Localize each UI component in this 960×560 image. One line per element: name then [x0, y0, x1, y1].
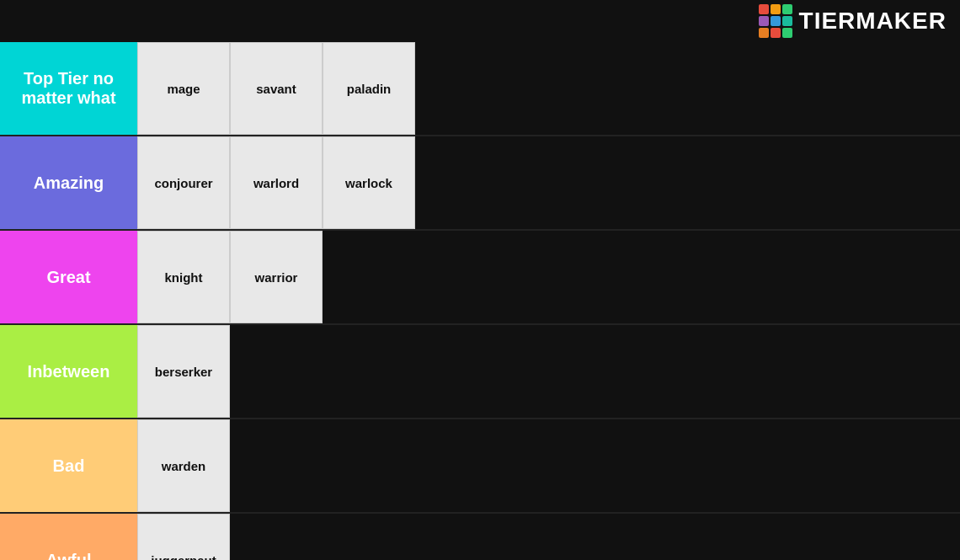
- tier-item-knight[interactable]: knight: [137, 231, 230, 323]
- tier-rest-inbetween: [230, 325, 960, 418]
- tier-item-warlord[interactable]: warlord: [230, 136, 323, 229]
- logo: TiERMAKER: [759, 4, 947, 38]
- tier-label-top-tier: Top Tier no matter what: [0, 42, 137, 135]
- tier-label-amazing: Amazing: [0, 136, 137, 229]
- logo-cell-5: [771, 16, 781, 26]
- tier-item-warlock[interactable]: warlock: [323, 136, 415, 229]
- logo-cell-4: [759, 16, 769, 26]
- logo-cell-8: [771, 28, 781, 38]
- tier-row-top-tier: Top Tier no matter whatmagesavantpaladin: [0, 42, 960, 136]
- tier-rest-top-tier: [415, 42, 960, 135]
- tier-label-inbetween: Inbetween: [0, 325, 137, 418]
- logo-cell-3: [782, 4, 792, 14]
- tier-item-warden[interactable]: warden: [137, 419, 230, 512]
- tier-row-bad: Badwarden: [0, 419, 960, 514]
- tier-table: Top Tier no matter whatmagesavantpaladin…: [0, 42, 960, 560]
- tier-item-paladin[interactable]: paladin: [323, 42, 415, 135]
- tier-row-awful: Awfuljuggernaut: [0, 514, 960, 560]
- tier-rest-bad: [230, 419, 960, 512]
- tier-item-berserker[interactable]: berserker: [137, 325, 230, 418]
- tier-item-savant[interactable]: savant: [230, 42, 323, 135]
- tier-rest-amazing: [415, 136, 960, 229]
- tier-item-warrior[interactable]: warrior: [230, 231, 323, 323]
- logo-text: TiERMAKER: [799, 8, 947, 35]
- tier-items-bad: warden: [137, 419, 230, 512]
- tier-items-amazing: conjourerwarlordwarlock: [137, 136, 415, 229]
- logo-cell-9: [782, 28, 792, 38]
- logo-cell-7: [759, 28, 769, 38]
- tier-item-conjourer[interactable]: conjourer: [137, 136, 230, 229]
- logo-cell-6: [782, 16, 792, 26]
- tier-rest-great: [323, 231, 960, 323]
- tiermaker-container: TiERMAKER Top Tier no matter whatmagesav…: [0, 0, 960, 560]
- tier-row-amazing: Amazingconjourerwarlordwarlock: [0, 136, 960, 231]
- tier-item-juggernaut[interactable]: juggernaut: [137, 514, 230, 560]
- tier-label-awful: Awful: [0, 514, 137, 560]
- tier-rest-awful: [230, 514, 960, 560]
- tier-items-awful: juggernaut: [137, 514, 230, 560]
- tier-item-mage[interactable]: mage: [137, 42, 230, 135]
- tier-row-inbetween: Inbetweenberserker: [0, 325, 960, 419]
- tier-items-top-tier: magesavantpaladin: [137, 42, 415, 135]
- tier-row-great: Greatknightwarrior: [0, 231, 960, 325]
- logo-grid: [759, 4, 792, 38]
- logo-cell-2: [771, 4, 781, 14]
- logo-cell-1: [759, 4, 769, 14]
- tier-items-inbetween: berserker: [137, 325, 230, 418]
- header: TiERMAKER: [0, 0, 960, 42]
- tier-label-great: Great: [0, 231, 137, 323]
- tier-items-great: knightwarrior: [137, 231, 323, 323]
- tier-label-bad: Bad: [0, 419, 137, 512]
